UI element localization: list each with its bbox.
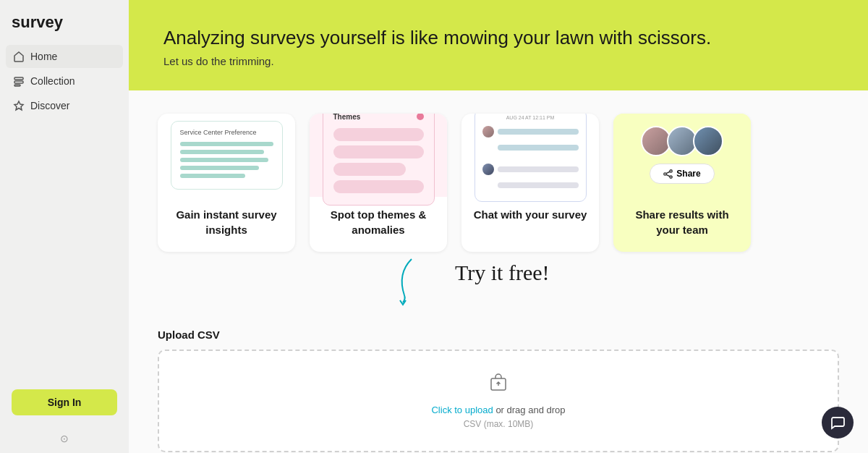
insights-line-5	[180, 174, 245, 178]
svg-point-5	[664, 173, 666, 175]
feature-card-share: Share Share results with your team	[613, 114, 751, 252]
home-icon	[13, 51, 25, 62]
sidebar-nav: Home Collection Discover	[0, 42, 129, 378]
svg-point-6	[670, 176, 672, 178]
discover-icon	[13, 100, 25, 111]
share-avatars	[641, 126, 723, 156]
themes-preview: Themes	[323, 114, 435, 206]
chat-bubble-2b	[498, 182, 579, 188]
chat-support-button[interactable]	[822, 407, 854, 439]
svg-rect-0	[14, 77, 23, 80]
try-free-text: Try it free!	[455, 261, 550, 285]
sidebar-item-home-label: Home	[30, 51, 57, 62]
sidebar-bottom: Sign In	[0, 378, 129, 427]
svg-marker-3	[14, 101, 23, 110]
sidebar-item-collection-label: Collection	[30, 75, 75, 87]
main-content: Analyzing surveys yourself is like mowin…	[129, 0, 868, 453]
try-free-section: Try it free!	[129, 252, 868, 317]
share-icon	[663, 169, 673, 179]
themes-title: Themes	[333, 114, 361, 121]
app-logo: survey	[0, 0, 129, 42]
chat-avatar-1	[482, 126, 494, 137]
insights-line-4	[180, 166, 260, 170]
themes-pill-1	[333, 128, 424, 141]
feature-card-chat-image: AUG 24 AT 12:11 PM	[461, 114, 599, 197]
feature-card-share-label: Share results with your team	[613, 197, 751, 252]
feature-card-themes-image: Themes	[310, 114, 447, 197]
try-arrow-icon	[390, 255, 433, 306]
upload-click-link[interactable]: Click to upload	[431, 405, 493, 415]
themes-preview-header: Themes	[333, 114, 424, 121]
banner: Analyzing surveys yourself is like mowin…	[129, 0, 868, 90]
insights-line-3	[180, 158, 269, 162]
svg-line-7	[666, 172, 670, 173]
themes-pill-4	[333, 180, 424, 193]
features-section: Service Center Preference Gain instant s…	[129, 90, 868, 252]
upload-section: Upload CSV Click to upload or drag and d…	[129, 317, 868, 453]
share-button-preview[interactable]: Share	[650, 164, 714, 184]
svg-rect-1	[14, 81, 23, 83]
sign-in-button[interactable]: Sign In	[12, 389, 117, 415]
insights-line-1	[180, 142, 273, 146]
upload-dropzone[interactable]: Click to upload or drag and drop CSV (ma…	[158, 350, 839, 452]
sidebar: survey Home Collection Discover Sign In …	[0, 0, 129, 453]
svg-line-8	[666, 174, 670, 176]
settings-icon: ⊙	[60, 433, 69, 444]
feature-card-chat-label: Chat with your survey	[461, 197, 599, 237]
feature-card-insights: Service Center Preference Gain instant s…	[158, 114, 295, 252]
sidebar-item-collection[interactable]: Collection	[6, 69, 123, 93]
banner-title: Analyzing surveys yourself is like mowin…	[163, 26, 833, 51]
chat-msg-2	[482, 164, 579, 175]
insights-preview-title: Service Center Preference	[180, 129, 273, 136]
share-avatar-3	[693, 126, 723, 156]
themes-pill-2	[333, 145, 424, 158]
feature-card-themes: Themes Spot top themes & anomalies	[310, 114, 447, 252]
feature-card-insights-label: Gain instant survey insights	[158, 197, 295, 252]
chat-avatar-2	[482, 164, 494, 175]
themes-dot	[417, 114, 424, 121]
sidebar-item-home[interactable]: Home	[6, 45, 123, 68]
banner-subtitle: Let us do the trimming.	[163, 55, 833, 67]
upload-hint: CSV (max. 10MB)	[174, 419, 823, 429]
chat-bubble-1	[498, 129, 579, 135]
feature-card-share-image: Share	[613, 114, 751, 197]
chat-msg-2b	[482, 179, 579, 191]
sidebar-item-discover-label: Discover	[30, 100, 69, 111]
collection-icon	[13, 75, 25, 87]
upload-or-text: or drag and drop	[493, 405, 566, 415]
chat-bubble-1b	[498, 145, 579, 151]
chat-bubble-2	[498, 166, 579, 172]
svg-point-4	[670, 170, 672, 172]
themes-pill-3	[333, 163, 406, 176]
chat-preview: AUG 24 AT 12:11 PM	[475, 114, 587, 202]
sidebar-item-discover[interactable]: Discover	[6, 94, 123, 117]
upload-icon	[174, 373, 823, 397]
feature-card-insights-image: Service Center Preference	[158, 114, 295, 197]
chat-support-icon	[830, 415, 846, 431]
svg-rect-2	[14, 85, 20, 86]
chat-msg-1b	[482, 142, 579, 153]
chat-msg-1	[482, 126, 579, 137]
upload-text: Click to upload or drag and drop	[174, 405, 823, 415]
insights-line-2	[180, 150, 264, 154]
insights-preview: Service Center Preference	[171, 121, 283, 190]
upload-label: Upload CSV	[158, 329, 839, 341]
share-btn-label: Share	[676, 169, 700, 179]
feature-card-chat: AUG 24 AT 12:11 PM	[461, 114, 599, 252]
chat-timestamp: AUG 24 AT 12:11 PM	[482, 115, 579, 120]
sidebar-footer: ⊙	[0, 427, 129, 453]
